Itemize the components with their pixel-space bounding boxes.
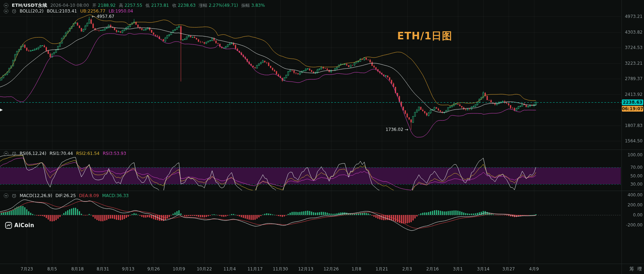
- chart-canvas[interactable]: [0, 0, 644, 274]
